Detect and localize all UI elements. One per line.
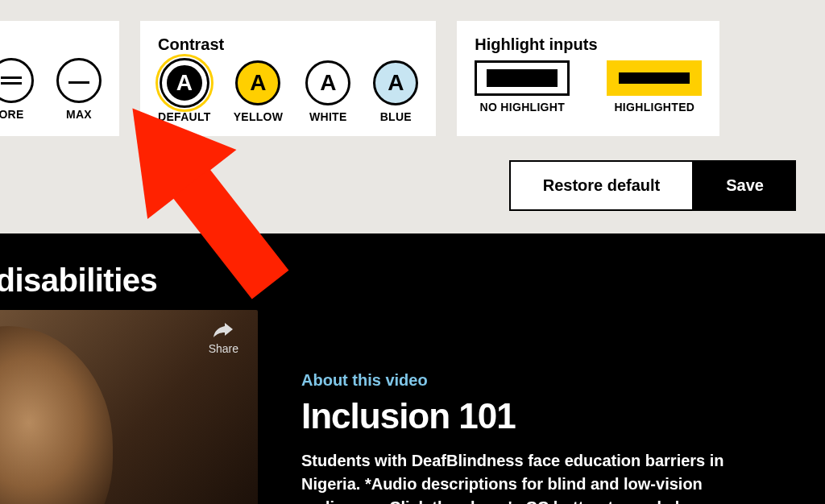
contrast-option-white[interactable]: A WHITE [305, 60, 350, 123]
contrast-option-blue[interactable]: A BLUE [373, 60, 418, 123]
accessibility-settings-row: ORE MAX Contrast A DEFAULT A YELLOW [0, 0, 825, 136]
video-metadata: About this video Inclusion 101 Students … [301, 310, 752, 504]
about-video-label: About this video [301, 371, 752, 390]
highlighted-icon [607, 60, 702, 96]
contrast-panel: Contrast A DEFAULT A YELLOW A WHITE A BL… [140, 21, 436, 136]
line-spacing-max-icon [56, 58, 102, 103]
contrast-option-default[interactable]: A DEFAULT [158, 60, 211, 123]
highlight-option-none[interactable]: NO HIGHLIGHT [475, 60, 570, 114]
video-still-image [0, 326, 113, 504]
restore-default-button[interactable]: Restore default [509, 160, 694, 211]
video-thumbnail[interactable]: Share [0, 310, 258, 504]
line-spacing-panel: ORE MAX [0, 21, 119, 136]
selection-ring-icon [155, 54, 214, 112]
contrast-label: WHITE [309, 110, 347, 123]
contrast-white-icon: A [305, 60, 350, 105]
line-spacing-more-icon [0, 58, 34, 103]
contrast-title: Contrast [158, 35, 418, 54]
line-spacing-option-more[interactable]: ORE [0, 58, 34, 121]
contrast-blue-icon: A [373, 60, 418, 105]
video-title: Inclusion 101 [301, 396, 752, 436]
share-label: Share [209, 342, 238, 355]
contrast-label: DEFAULT [158, 110, 211, 123]
line-spacing-label: ORE [0, 108, 24, 121]
save-button[interactable]: Save [694, 160, 796, 211]
share-icon [214, 323, 233, 339]
contrast-yellow-icon: A [235, 60, 280, 105]
section-heading: h disabilities [0, 233, 825, 299]
highlight-inputs-panel: Highlight inputs NO HIGHLIGHT HIGHLIGHTE… [457, 21, 719, 136]
settings-actions: Restore default Save [0, 160, 796, 211]
share-button[interactable]: Share [209, 323, 238, 355]
line-spacing-label: MAX [66, 108, 92, 121]
video-description: Students with DeafBlindness face educati… [301, 449, 752, 504]
highlight-label: HIGHLIGHTED [614, 101, 694, 114]
contrast-label: BLUE [380, 110, 412, 123]
contrast-option-yellow[interactable]: A YELLOW [234, 60, 284, 123]
highlight-title: Highlight inputs [475, 35, 702, 54]
no-highlight-icon [475, 60, 570, 96]
line-spacing-option-max[interactable]: MAX [56, 58, 102, 121]
highlight-label: NO HIGHLIGHT [480, 101, 565, 114]
highlight-option-highlighted[interactable]: HIGHLIGHTED [607, 60, 702, 114]
contrast-label: YELLOW [234, 110, 284, 123]
video-section: h disabilities Share About this video In… [0, 233, 825, 504]
